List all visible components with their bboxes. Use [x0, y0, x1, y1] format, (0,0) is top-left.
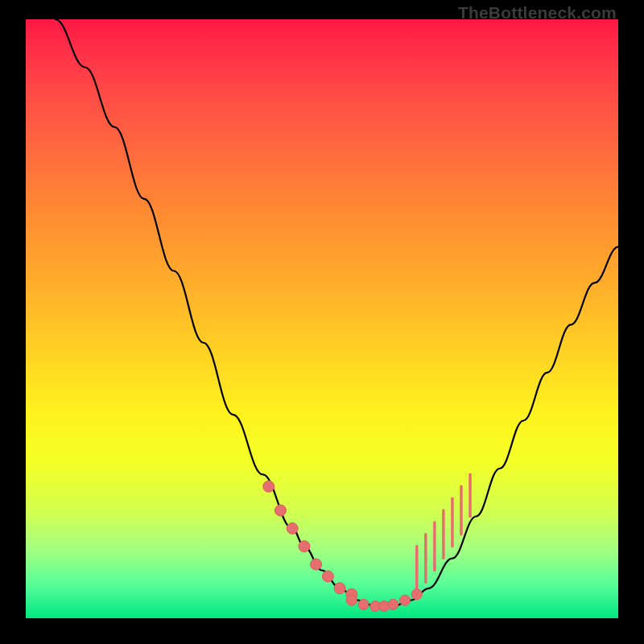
marker-dot	[358, 599, 369, 609]
marker-dot	[275, 505, 286, 516]
marker-dot	[263, 481, 275, 492]
marker-dot	[388, 599, 398, 609]
marker-dot	[287, 522, 298, 534]
marker-dot	[299, 541, 310, 552]
bottleneck-curve	[56, 19, 618, 606]
marker-dot	[400, 595, 411, 605]
marker-dot	[334, 583, 345, 594]
marker-dot	[346, 595, 357, 605]
marker-group-ascending-bars	[417, 474, 470, 594]
marker-dot	[411, 589, 422, 600]
marker-dot	[322, 571, 333, 582]
bottleneck-chart	[26, 19, 618, 618]
marker-dot	[311, 559, 322, 570]
